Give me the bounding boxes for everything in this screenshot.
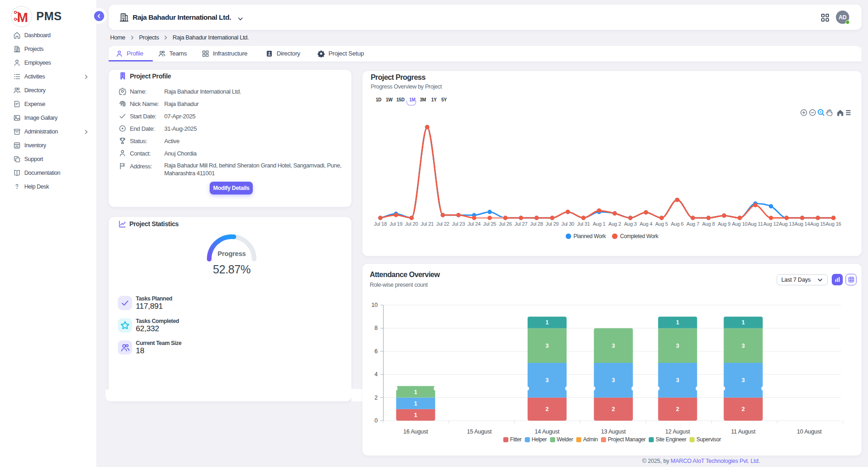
svg-text:Jul 25: Jul 25 [483,221,496,227]
svg-text:Aug 10: Aug 10 [732,221,748,227]
svg-text:8: 8 [374,325,378,331]
svg-text:15 August: 15 August [467,428,492,435]
svg-text:Aug 6: Aug 6 [671,221,684,227]
svg-text:Jul 24: Jul 24 [467,221,480,227]
svg-text:14 August: 14 August [535,428,560,435]
svg-text:10 August: 10 August [797,428,822,435]
svg-text:3: 3 [676,343,679,349]
svg-text:Aug 16: Aug 16 [826,221,841,227]
svg-text:Aug 7: Aug 7 [686,221,699,227]
svg-text:Jul 21: Jul 21 [421,221,434,227]
svg-text:3: 3 [612,343,615,349]
svg-text:1: 1 [676,319,679,326]
svg-text:Jul 18: Jul 18 [374,221,387,227]
svg-text:Aug 12: Aug 12 [763,221,779,227]
svg-text:Aug 14: Aug 14 [795,221,810,227]
svg-text:6: 6 [374,348,378,355]
svg-text:Jul 20: Jul 20 [405,221,418,227]
svg-text:Aug 8: Aug 8 [702,221,715,227]
svg-text:Aug 9: Aug 9 [718,221,730,227]
svg-text:1: 1 [742,319,745,326]
svg-text:2: 2 [374,395,378,401]
svg-text:2: 2 [676,406,679,412]
svg-text:3: 3 [545,343,549,349]
svg-text:2: 2 [545,406,549,412]
svg-text:13 August: 13 August [601,428,626,435]
svg-text:4: 4 [374,371,378,378]
svg-text:Aug 5: Aug 5 [655,221,668,227]
svg-text:Aug 15: Aug 15 [810,221,826,227]
svg-text:3: 3 [742,343,745,349]
svg-text:2: 2 [742,406,745,412]
svg-text:3: 3 [545,377,549,384]
svg-text:1: 1 [414,412,417,418]
svg-text:Jul 19: Jul 19 [389,221,402,227]
svg-text:Jul 28: Jul 28 [530,221,543,227]
svg-text:Jul 31: Jul 31 [577,221,590,227]
svg-text:3: 3 [742,377,745,384]
svg-text:Aug 1: Aug 1 [593,221,606,227]
svg-text:1: 1 [414,400,417,407]
svg-text:Aug 4: Aug 4 [640,221,652,227]
svg-text:Jul 23: Jul 23 [452,221,465,227]
svg-text:Jul 22: Jul 22 [436,221,449,227]
svg-text:3: 3 [676,377,679,384]
svg-text:1: 1 [414,389,417,395]
svg-text:1: 1 [545,319,549,326]
svg-text:12 August: 12 August [665,428,690,435]
svg-text:0: 0 [374,417,378,424]
svg-text:16 August: 16 August [403,428,428,435]
svg-text:Aug 2: Aug 2 [608,221,621,227]
svg-text:Jul 30: Jul 30 [562,221,574,227]
svg-text:Jul 29: Jul 29 [546,221,559,227]
svg-text:Jul 27: Jul 27 [514,221,527,227]
svg-text:11 August: 11 August [731,428,756,435]
svg-text:3: 3 [612,377,615,384]
svg-text:Jul 26: Jul 26 [499,221,512,227]
svg-text:10: 10 [371,302,378,308]
svg-text:2: 2 [612,406,615,412]
svg-text:Aug 13: Aug 13 [779,221,795,227]
svg-text:Aug 11: Aug 11 [748,221,763,227]
svg-text:Aug 3: Aug 3 [624,221,637,227]
